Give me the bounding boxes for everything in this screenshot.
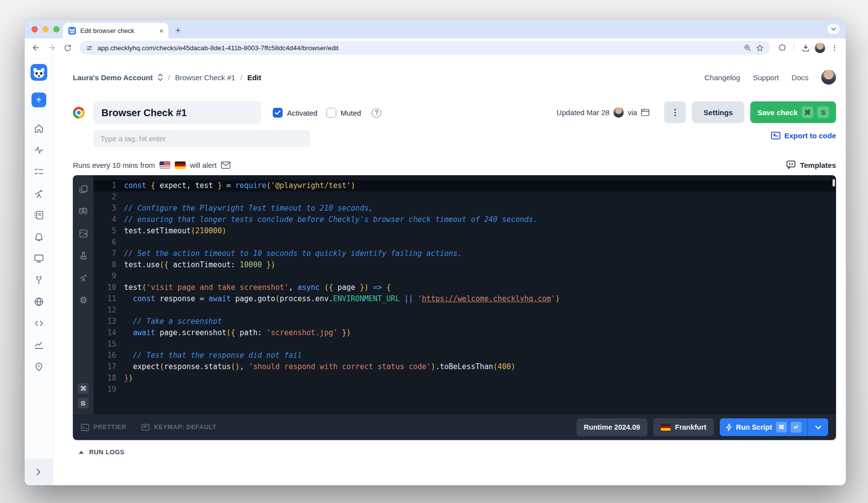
- main-content: Laura's Demo Account / Browser Check #1 …: [53, 57, 846, 485]
- checkly-logo[interactable]: [31, 64, 47, 81]
- app-sidebar: +: [25, 57, 53, 485]
- code-line[interactable]: 13 // Take a screenshot: [94, 316, 836, 327]
- run-script-button[interactable]: Run Script ⌘ ↵: [720, 418, 807, 436]
- site-info-icon[interactable]: [86, 44, 93, 52]
- code-line[interactable]: 6: [94, 237, 836, 248]
- sidebar-item-activity[interactable]: [33, 145, 44, 156]
- sidebar-item-alerts[interactable]: [33, 231, 44, 242]
- sidebar-expand-button[interactable]: [25, 459, 53, 485]
- checklist-icon: [33, 166, 44, 177]
- changelog-link[interactable]: Changelog: [705, 73, 740, 82]
- run-logs-toggle[interactable]: RUN LOGS: [79, 448, 836, 456]
- editor-scrollbar[interactable]: [833, 179, 835, 187]
- browser-tab[interactable]: Edit browser check ×: [63, 23, 168, 38]
- checkly-favicon: [68, 27, 76, 35]
- code-line[interactable]: 11 const response = await page.goto(proc…: [94, 293, 836, 305]
- browser-menu-icon[interactable]: [828, 41, 841, 54]
- code-line[interactable]: 16 // Test that the response did not fai…: [94, 350, 836, 361]
- check-header-actions: Updated Mar 28 via ⋮ Settings Save check…: [556, 101, 836, 147]
- tab-search-button[interactable]: [827, 24, 840, 34]
- create-new-button[interactable]: +: [32, 93, 46, 107]
- zoom-icon[interactable]: [743, 44, 751, 52]
- code-line[interactable]: 9: [94, 271, 836, 282]
- runtime-chip-icon[interactable]: [78, 295, 88, 305]
- code-line[interactable]: 3// Configure the Playwright Test timeou…: [94, 203, 836, 214]
- url-bar[interactable]: app.checklyhq.com/checks/e45dacab-8de1-4…: [80, 41, 770, 55]
- breadcrumb: Laura's Demo Account / Browser Check #1 …: [73, 73, 261, 82]
- code-line[interactable]: 10test('visit page and take screenshot',…: [94, 282, 836, 293]
- user-avatar[interactable]: [821, 70, 836, 85]
- code-lines: 1const { expect, test } = require('@play…: [94, 180, 836, 395]
- minimize-window-button[interactable]: [42, 26, 49, 32]
- sidebar-item-explore[interactable]: [33, 188, 44, 199]
- run-options-button[interactable]: [807, 418, 828, 436]
- sidebar-item-network[interactable]: [33, 296, 44, 307]
- reload-button[interactable]: [61, 41, 74, 54]
- code-line[interactable]: 17 expect(response.status(), 'should res…: [94, 361, 836, 373]
- code-area[interactable]: 1const { expect, test } = require('@play…: [94, 175, 836, 414]
- new-tab-button[interactable]: +: [175, 26, 181, 35]
- docs-link[interactable]: Docs: [792, 73, 808, 82]
- settings-button[interactable]: Settings: [692, 101, 744, 123]
- save-check-button[interactable]: Save check ⌘ S: [750, 101, 836, 123]
- downloads-icon[interactable]: [799, 41, 812, 54]
- export-to-code-link[interactable]: Export to code: [771, 131, 836, 140]
- support-link[interactable]: Support: [753, 73, 779, 82]
- bookmark-star-icon[interactable]: [756, 44, 764, 52]
- sidebar-item-home[interactable]: [33, 123, 44, 134]
- code-line[interactable]: 1const { expect, test } = require('@play…: [94, 180, 836, 191]
- breadcrumb-check[interactable]: Browser Check #1: [175, 73, 235, 82]
- sidebar-item-snippets[interactable]: [33, 318, 44, 329]
- back-button[interactable]: [30, 41, 42, 54]
- top-nav-links: Changelog Support Docs: [705, 70, 836, 85]
- chevron-down-icon: [815, 426, 821, 429]
- activated-label: Activated: [287, 109, 318, 117]
- keymap-selector[interactable]: KEYMAP: DEFAULT: [141, 424, 217, 431]
- account-switcher-icon[interactable]: [158, 73, 163, 81]
- code-line[interactable]: 2: [94, 191, 836, 203]
- sidebar-item-maintenance[interactable]: [33, 275, 44, 285]
- screenshot-compare-icon[interactable]: [78, 228, 88, 238]
- breadcrumb-account[interactable]: Laura's Demo Account: [73, 73, 153, 82]
- code-line[interactable]: 12: [94, 305, 836, 316]
- region-selector[interactable]: Frankfurt: [653, 418, 714, 436]
- code-line[interactable]: 19: [94, 384, 836, 395]
- tab-strip: Edit browser check × +: [25, 20, 846, 38]
- sidebar-item-dashboards[interactable]: [33, 253, 44, 264]
- url-text[interactable]: app.checklyhq.com/checks/e45dacab-8de1-4…: [97, 44, 739, 52]
- forward-button[interactable]: [45, 41, 58, 54]
- templates-button[interactable]: Templates: [786, 160, 836, 169]
- code-line[interactable]: 4// ensuring that longer tests conclude …: [94, 214, 836, 225]
- code-line[interactable]: 7// Set the action timeout to 10 seconds…: [94, 248, 836, 259]
- runtime-selector[interactable]: Runtime 2024.09: [577, 418, 647, 436]
- prettier-toggle[interactable]: PRETTIER: [81, 424, 127, 431]
- help-icon[interactable]: ?: [372, 108, 381, 118]
- sidebar-item-locations[interactable]: [33, 361, 44, 372]
- playwright-masks-icon[interactable]: [78, 206, 88, 216]
- muted-checkbox[interactable]: [326, 108, 336, 118]
- activated-checkbox[interactable]: [273, 108, 283, 118]
- browser-toolbar: app.checklyhq.com/checks/e45dacab-8de1-4…: [25, 38, 846, 57]
- rail-shortcut-badges: ⌘ B: [78, 383, 89, 409]
- extensions-icon[interactable]: [776, 41, 789, 54]
- close-window-button[interactable]: [32, 26, 38, 32]
- code-line[interactable]: 14 await page.screenshot({ path: 'screen…: [94, 327, 836, 339]
- test-flask-icon[interactable]: [78, 251, 88, 260]
- check-name-input[interactable]: [94, 101, 261, 124]
- rail-telescope-icon[interactable]: [78, 273, 88, 283]
- tag-input[interactable]: [94, 130, 310, 147]
- dependencies-files-icon[interactable]: [78, 184, 88, 194]
- browser-profile-avatar[interactable]: [815, 43, 825, 53]
- sidebar-item-runbooks[interactable]: [33, 210, 44, 220]
- code-line[interactable]: 15: [94, 339, 836, 350]
- check-icon: [275, 110, 281, 115]
- fullscreen-window-button[interactable]: [53, 26, 60, 32]
- code-line[interactable]: 8test.use({ actionTimeout: 10000 }): [94, 259, 836, 271]
- more-options-button[interactable]: ⋮: [664, 101, 686, 123]
- sidebar-item-checks[interactable]: [33, 166, 44, 177]
- sidebar-item-analytics[interactable]: [33, 340, 44, 350]
- tab-close-icon[interactable]: ×: [159, 27, 163, 35]
- code-line[interactable]: 18}): [94, 373, 836, 384]
- check-header-band: Activated Muted ?: [73, 101, 836, 147]
- code-line[interactable]: 5test.setTimeout(210000): [94, 225, 836, 237]
